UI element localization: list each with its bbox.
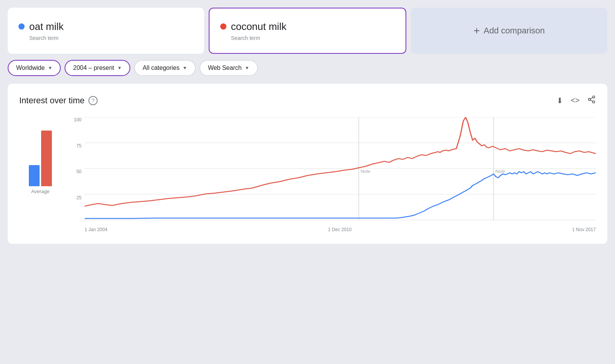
oat-milk-avg-bar [29, 165, 40, 186]
chart-title-group: Interest over time ? [19, 96, 98, 106]
coconut-milk-dot [220, 23, 226, 30]
svg-text:Note: Note [495, 169, 505, 174]
x-label-2010: 1 Dec 2010 [328, 227, 351, 232]
download-icon[interactable]: ⬇ [557, 96, 563, 105]
chart-title: Interest over time [19, 96, 85, 106]
oat-milk-line [85, 172, 596, 218]
average-bars-section: Average [19, 117, 62, 232]
x-axis: 1 Jan 2004 1 Dec 2010 1 Nov 2017 [85, 227, 596, 232]
search-type-filter-label: Web Search [208, 65, 242, 71]
oat-milk-dot [18, 23, 25, 30]
search-type-chevron-icon: ▼ [245, 65, 249, 71]
oat-milk-sublabel: Search term [18, 35, 193, 41]
svg-point-2 [593, 101, 595, 103]
average-bars [29, 117, 52, 186]
location-filter-label: Worldwide [16, 65, 45, 71]
time-filter[interactable]: 2004 – present ▼ [65, 60, 130, 76]
location-filter[interactable]: Worldwide ▼ [8, 60, 61, 76]
time-filter-label: 2004 – present [73, 65, 114, 71]
add-comparison-label: Add comparison [484, 26, 545, 36]
chart-actions: ⬇ <> [557, 95, 596, 106]
search-term-card-oat-milk[interactable]: oat milk Search term [8, 8, 204, 54]
x-label-2017: 1 Nov 2017 [572, 227, 596, 232]
add-comparison-button[interactable]: + Add comparison [411, 8, 607, 54]
oat-milk-label: oat milk [29, 21, 64, 33]
y-label-100: 100 [74, 117, 85, 122]
y-label-75: 75 [76, 143, 85, 149]
interest-over-time-chart: Interest over time ? ⬇ <> [8, 84, 607, 244]
line-chart: 100 75 50 25 N [65, 117, 596, 232]
chart-area: Average 100 75 50 25 [19, 117, 596, 232]
y-label-50: 50 [76, 169, 85, 174]
category-chevron-icon: ▼ [183, 65, 187, 71]
svg-point-0 [593, 96, 595, 98]
time-chevron-icon: ▼ [117, 65, 122, 71]
x-label-2004: 1 Jan 2004 [85, 227, 107, 232]
y-axis: 100 75 50 25 [65, 117, 85, 221]
svg-point-1 [588, 98, 591, 101]
svg-text:Note: Note [361, 169, 371, 174]
coconut-milk-sublabel: Search term [220, 35, 395, 41]
location-chevron-icon: ▼ [48, 65, 52, 71]
help-label: ? [91, 98, 95, 104]
chart-svg: Note Note [85, 117, 596, 221]
chart-header: Interest over time ? ⬇ <> [19, 95, 596, 106]
coconut-milk-avg-bar [41, 131, 52, 186]
search-type-filter[interactable]: Web Search ▼ [199, 60, 258, 76]
coconut-milk-label: coconut milk [231, 21, 287, 33]
embed-icon[interactable]: <> [571, 96, 580, 105]
category-filter[interactable]: All categories ▼ [134, 60, 196, 76]
average-label: Average [31, 189, 50, 194]
plus-icon: + [474, 25, 480, 37]
filters-row: Worldwide ▼ 2004 – present ▼ All categor… [8, 60, 607, 76]
svg-line-4 [590, 98, 593, 99]
search-terms-row: oat milk Search term coconut milk Search… [8, 8, 607, 54]
coconut-milk-line [85, 117, 596, 206]
chart-plot: Note Note [85, 117, 596, 221]
share-icon[interactable] [587, 95, 596, 106]
search-term-card-coconut-milk[interactable]: coconut milk Search term [209, 8, 407, 54]
y-label-25: 25 [76, 195, 85, 200]
help-icon[interactable]: ? [88, 96, 98, 105]
svg-line-3 [590, 100, 593, 101]
category-filter-label: All categories [143, 65, 180, 71]
